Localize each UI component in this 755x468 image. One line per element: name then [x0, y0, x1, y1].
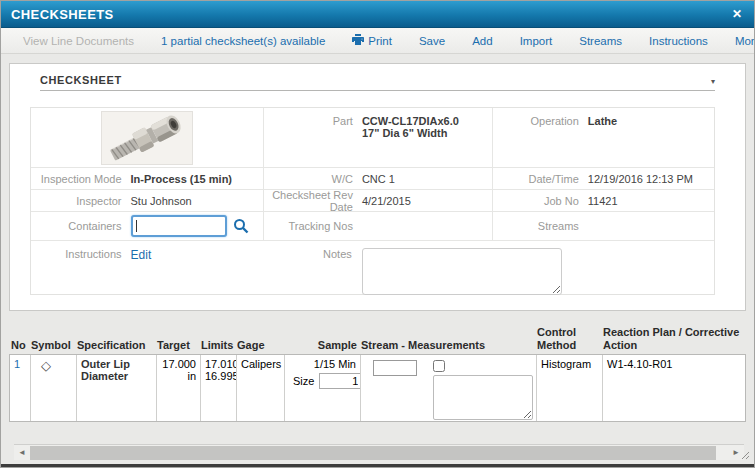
datetime-label: Date/Time — [493, 173, 586, 185]
row-target: 17.000 in — [156, 355, 200, 421]
inspection-mode-cell: Inspection Mode In-Process (15 min) — [31, 168, 263, 190]
rev-date-label: Checksheet Rev Date — [264, 189, 360, 213]
header-reaction-plan: Reaction Plan / Corrective Action — [601, 326, 746, 351]
rev-date-cell: Checksheet Rev Date 4/21/2015 — [263, 190, 492, 212]
job-no-label: Job No — [493, 195, 586, 207]
wc-cell: W/C CNC 1 — [263, 168, 492, 190]
save-button[interactable]: Save — [419, 35, 445, 47]
header-no: No — [9, 339, 29, 352]
containers-cell: Containers — [31, 212, 263, 240]
inspection-mode-value: In-Process (15 min) — [129, 173, 232, 185]
header-control-method: Control Method — [535, 326, 601, 351]
row-sample: 1/15 Min Size — [284, 355, 360, 421]
instructions-button[interactable]: Instructions — [649, 35, 708, 47]
operation-label: Operation — [493, 115, 586, 127]
checksheets-window: CHECKSHEETS ✕ View Line Documents 1 part… — [0, 0, 755, 468]
row-reaction-plan: W1-4.10-R01 — [602, 355, 745, 421]
tracking-nos-label: Tracking Nos — [264, 220, 360, 232]
row-symbol diamond-icon: ◇ — [30, 355, 76, 421]
measurement-notes-textarea[interactable] — [433, 375, 533, 420]
header-gage: Gage — [235, 339, 283, 352]
inspector-value: Stu Johnson — [129, 195, 192, 207]
measurement-checkbox[interactable] — [433, 360, 445, 372]
import-button[interactable]: Import — [520, 35, 553, 47]
print-icon — [352, 34, 364, 47]
row-specification: Outer Lip Diameter — [76, 355, 156, 421]
collapse-caret-icon[interactable]: ▾ — [711, 77, 715, 86]
header-limits: Limits — [199, 339, 235, 352]
streams-button[interactable]: Streams — [579, 35, 622, 47]
rev-date-value: 4/21/2015 — [360, 195, 411, 207]
wc-label: W/C — [264, 173, 360, 185]
form-row-instructions: Instructions Edit Notes — [31, 241, 714, 294]
text-cursor — [136, 220, 137, 232]
datetime-cell: Date/Time 12/19/2016 12:13 PM — [492, 168, 714, 190]
instructions-cell: Instructions Edit — [31, 241, 263, 294]
wc-value: CNC 1 — [360, 173, 395, 185]
datetime-value: 12/19/2016 12:13 PM — [586, 173, 693, 185]
spec-table: No Symbol Specification Target Limits Ga… — [9, 326, 746, 422]
sample-size-input[interactable] — [319, 373, 360, 389]
title-bar: CHECKSHEETS ✕ — [1, 1, 754, 28]
operation-value: Lathe — [586, 115, 617, 127]
row-no[interactable]: 1 — [10, 355, 30, 421]
row-control-method: Histogram — [536, 355, 602, 421]
spec-table-header: No Symbol Specification Target Limits Ga… — [9, 326, 746, 354]
part-photo — [101, 111, 193, 165]
notes-textarea[interactable] — [362, 248, 562, 295]
resize-grip-icon[interactable] — [741, 451, 750, 460]
row-limits: 17.010 16.995 — [200, 355, 236, 421]
operation-cell: Operation Lathe — [492, 108, 714, 167]
instructions-edit-link[interactable]: Edit — [129, 248, 152, 262]
notes-label: Notes — [263, 248, 359, 260]
part-label: Part — [264, 115, 360, 127]
partial-checksheets-link[interactable]: 1 partial checksheet(s) available — [161, 35, 325, 47]
form-row-part: Part CCW-CL17DIAx6.0 17" Dia 6" Width Op… — [31, 108, 714, 168]
streams-label: Streams — [493, 220, 586, 232]
window-bottom-edge — [1, 464, 754, 467]
part-photo-cell — [31, 108, 263, 167]
notes-cell: Notes — [263, 241, 714, 294]
sample-size-label: Size — [293, 375, 314, 387]
form-row-containers: Containers Tracking Nos Streams — [31, 212, 714, 241]
panel-header[interactable]: CHECKSHEET ▾ — [40, 74, 715, 91]
scrollbar-thumb[interactable] — [30, 446, 716, 460]
part-value: CCW-CL17DIAx6.0 17" Dia 6" Width — [360, 115, 459, 139]
streams-cell: Streams — [492, 212, 714, 240]
job-no-cell: Job No 11421 — [492, 190, 714, 212]
toolbar: View Line Documents 1 partial checksheet… — [1, 28, 754, 54]
part-cell: Part CCW-CL17DIAx6.0 17" Dia 6" Width — [263, 108, 492, 167]
containers-input[interactable] — [131, 215, 227, 237]
checksheet-panel: CHECKSHEET ▾ — [9, 63, 746, 311]
panel-title: CHECKSHEET — [40, 74, 122, 86]
header-stream-measurements: Stream - Measurements — [359, 339, 535, 352]
containers-field-wrap — [129, 215, 249, 237]
containers-label: Containers — [31, 220, 129, 232]
sample-frequency: 1/15 Min — [289, 358, 356, 370]
inspection-mode-label: Inspection Mode — [31, 173, 129, 185]
scroll-left-icon[interactable]: ◄ — [14, 445, 30, 461]
table-row: 1 ◇ Outer Lip Diameter 17.000 in 17.010 … — [9, 354, 746, 422]
form-row-inspector: Inspector Stu Johnson Checksheet Rev Dat… — [31, 190, 714, 212]
view-line-documents-button: View Line Documents — [23, 35, 134, 47]
close-icon[interactable]: ✕ — [732, 8, 742, 20]
tracking-nos-cell: Tracking Nos — [263, 212, 492, 240]
form-row-mode: Inspection Mode In-Process (15 min) W/C … — [31, 168, 714, 190]
more-label: More — [735, 35, 755, 47]
horizontal-scrollbar[interactable]: ◄ ► — [14, 444, 744, 460]
header-sample: Sample — [283, 339, 359, 352]
more-menu-button[interactable]: More▾ — [735, 35, 755, 47]
instructions-label: Instructions — [31, 248, 129, 260]
header-specification: Specification — [75, 339, 155, 352]
print-label: Print — [368, 35, 392, 47]
job-no-value: 11421 — [586, 195, 618, 207]
measurement-input[interactable] — [373, 360, 417, 376]
add-button[interactable]: Add — [472, 35, 492, 47]
header-target: Target — [155, 339, 199, 352]
inspector-cell: Inspector Stu Johnson — [31, 190, 263, 212]
row-gage: Calipers — [236, 355, 284, 421]
inspector-label: Inspector — [31, 195, 129, 207]
print-button[interactable]: Print — [352, 34, 392, 47]
search-icon[interactable] — [233, 218, 249, 234]
window-title: CHECKSHEETS — [11, 7, 114, 22]
